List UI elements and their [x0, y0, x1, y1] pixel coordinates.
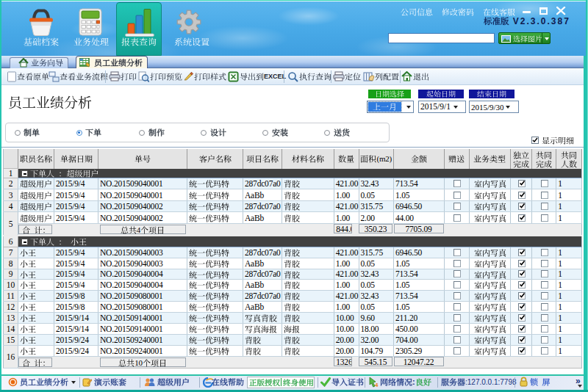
svg-text:4: 4 — [375, 382, 379, 388]
